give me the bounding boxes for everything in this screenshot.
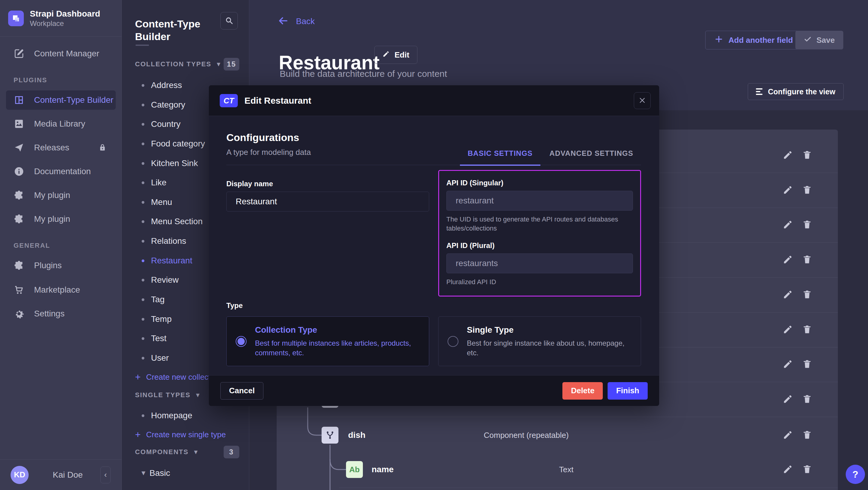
sidebar-item-documentation[interactable]: Documentation — [0, 162, 122, 181]
avatar[interactable]: KD — [10, 466, 29, 484]
collapse-sidebar-button[interactable]: ‹ — [100, 466, 111, 483]
pencil-icon — [783, 359, 793, 370]
single-type-option[interactable]: Single Type Best for single instance lik… — [438, 316, 641, 366]
collection-types-count: 15 — [224, 58, 239, 70]
trash-icon — [802, 185, 812, 196]
add-another-field-button[interactable]: Add another field — [705, 31, 802, 50]
delete-field-button[interactable] — [801, 463, 813, 476]
field-type: Component (repeatable) — [484, 431, 569, 440]
table-row-name[interactable]: Ab name Text — [277, 452, 838, 487]
close-icon — [639, 97, 646, 105]
cancel-button[interactable]: Cancel — [220, 382, 264, 400]
back-link[interactable]: Back — [278, 16, 315, 27]
tab-advanced-settings[interactable]: ADVANCED SETTINGS — [550, 149, 633, 158]
lock-icon — [98, 143, 107, 152]
bullet-icon — [142, 181, 144, 184]
bullet-icon — [142, 279, 144, 281]
pencil-icon — [783, 394, 793, 405]
row-divider — [339, 488, 838, 488]
edit-field-button[interactable] — [782, 393, 794, 405]
bullet-icon — [142, 240, 144, 243]
bullet-icon — [142, 220, 144, 223]
pencil-icon — [783, 150, 793, 161]
title-divider — [135, 44, 149, 46]
delete-field-button[interactable] — [801, 324, 813, 336]
delete-field-button[interactable] — [801, 359, 813, 371]
modal-body: Configurations A type for modeling data … — [209, 116, 659, 375]
feather-icon — [13, 48, 24, 59]
plus-icon: + — [135, 372, 141, 383]
edit-field-button[interactable] — [782, 324, 794, 336]
components-count: 3 — [224, 446, 239, 458]
edit-button[interactable]: Edit — [374, 46, 417, 64]
display-name-input[interactable] — [226, 192, 429, 212]
edit-field-button[interactable] — [782, 219, 794, 231]
edit-field-button[interactable] — [782, 150, 794, 161]
api-id-highlight-box: API ID (Singular) The UID is used to gen… — [438, 170, 641, 297]
bullet-icon — [142, 318, 144, 320]
section-subtitle: A type for modeling data — [226, 148, 311, 157]
user-bar: KD Kai Doe ‹ — [0, 459, 121, 490]
chevron-down-icon: ▼ — [216, 61, 222, 68]
sidebar-item-my-plugin[interactable]: My plugin — [0, 209, 122, 229]
save-button[interactable]: Save — [795, 31, 843, 50]
edit-field-button[interactable] — [782, 289, 794, 301]
delete-field-button[interactable] — [801, 254, 813, 266]
delete-field-button[interactable] — [801, 184, 813, 196]
sidebar-item-content-type-builder[interactable]: Content-Type Builder — [6, 90, 116, 110]
sidebar-item-marketplace[interactable]: Marketplace — [0, 280, 122, 300]
settings-tabs: BASIC SETTINGS ADVANCED SETTINGS — [468, 149, 641, 165]
finish-button[interactable]: Finish — [608, 382, 648, 400]
display-name-label: Display name — [226, 180, 429, 188]
layout-lines-icon — [756, 88, 763, 95]
workspace-brand[interactable]: Strapi Dashboard Workplace — [0, 0, 121, 37]
bullet-icon — [142, 298, 144, 301]
delete-field-button[interactable] — [801, 429, 813, 441]
bullet-icon — [142, 415, 144, 417]
tab-basic-settings[interactable]: BASIC SETTINGS — [468, 149, 532, 158]
search-button[interactable] — [220, 12, 238, 30]
create-single-type-link[interactable]: +Create new single type — [122, 425, 249, 444]
components-header[interactable]: COMPONENTS▼3 — [122, 442, 249, 462]
api-id-plural-input[interactable] — [446, 253, 633, 273]
section-title: Configurations — [226, 132, 311, 144]
pencil-icon — [783, 289, 793, 301]
api-id-singular-hint: The UID is used to generate the API rout… — [446, 215, 633, 233]
sidebar-item-plugins[interactable]: Plugins — [0, 256, 122, 275]
single-type-item-homepage[interactable]: Homepage — [122, 406, 249, 425]
sidebar-item-media-library[interactable]: Media Library — [0, 114, 122, 133]
pencil-icon — [783, 324, 793, 335]
delete-field-button[interactable] — [801, 289, 813, 301]
edit-field-button[interactable] — [782, 254, 794, 266]
delete-field-button[interactable] — [801, 150, 813, 161]
help-button[interactable]: ? — [846, 465, 865, 484]
search-icon — [225, 16, 233, 26]
configure-view-button[interactable]: Configure the view — [748, 83, 844, 100]
collection-type-option[interactable]: Collection Type Best for multiple instan… — [226, 316, 429, 366]
edit-field-button[interactable] — [782, 359, 794, 371]
pencil-icon — [783, 254, 793, 266]
trash-icon — [802, 394, 812, 405]
api-id-singular-input[interactable] — [446, 191, 633, 211]
sidebar-item-my-plugin[interactable]: My plugin — [0, 186, 122, 205]
close-button[interactable] — [634, 92, 651, 109]
edit-field-button[interactable] — [782, 463, 794, 476]
sidebar-item-settings[interactable]: Settings — [0, 304, 122, 323]
edit-field-button[interactable] — [782, 184, 794, 196]
grid-icon — [13, 95, 24, 105]
sidebar-item-releases[interactable]: Releases — [0, 138, 122, 157]
delete-field-button[interactable] — [801, 219, 813, 231]
arrow-left-icon — [278, 16, 288, 27]
trash-icon — [802, 324, 812, 335]
type-label: Type — [226, 301, 641, 310]
gear-icon — [13, 308, 24, 319]
edit-field-button[interactable] — [782, 429, 794, 441]
delete-button[interactable]: Delete — [562, 382, 603, 400]
bullet-icon — [142, 201, 144, 204]
info-icon — [13, 166, 24, 177]
delete-field-button[interactable] — [801, 393, 813, 405]
sidebar-item-content-manager[interactable]: Content Manager — [0, 44, 122, 63]
table-row-dish[interactable]: dish Component (repeatable) — [277, 418, 838, 453]
component-group-basic[interactable]: ▼Basic — [122, 463, 249, 483]
collection-types-header[interactable]: COLLECTION TYPES▼15 — [122, 55, 249, 74]
